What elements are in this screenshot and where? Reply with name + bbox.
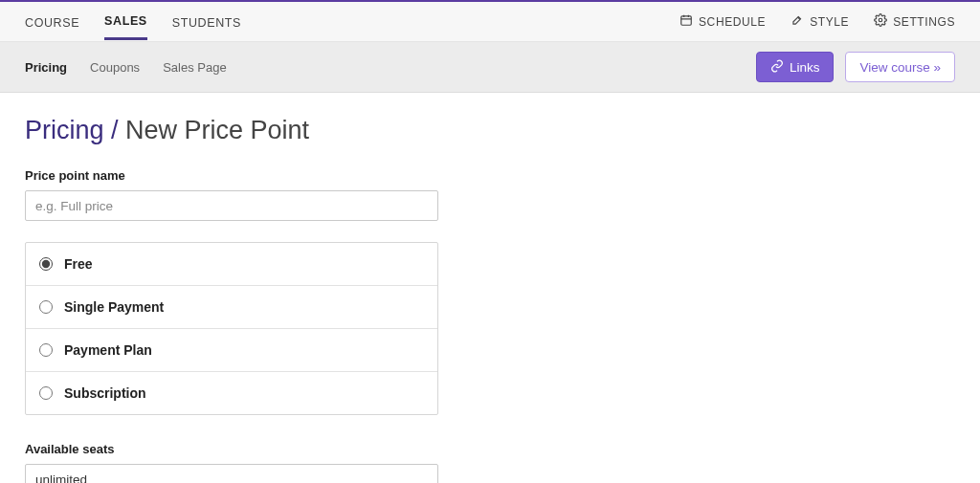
subnav-pricing[interactable]: Pricing — [25, 60, 67, 75]
radio-single-payment[interactable] — [39, 300, 53, 314]
radio-row-free[interactable]: Free — [26, 243, 437, 285]
brush-icon — [791, 13, 804, 30]
subnav-sales-page[interactable]: Sales Page — [163, 60, 227, 75]
main-nav: COURSE SALES STUDENTS SCHEDULE STYLE SET… — [0, 2, 980, 42]
nav-settings[interactable]: SETTINGS — [874, 13, 955, 30]
view-course-label: View course » — [859, 60, 941, 75]
svg-rect-0 — [681, 16, 692, 25]
nav-style[interactable]: STYLE — [791, 13, 849, 30]
view-course-button[interactable]: View course » — [845, 52, 955, 82]
price-type-radio-list: Free Single Payment Payment Plan Subscri… — [25, 242, 438, 415]
gear-icon — [874, 13, 887, 30]
main-nav-right: SCHEDULE STYLE SETTINGS — [679, 13, 955, 30]
calendar-icon — [679, 13, 693, 30]
nav-schedule-label: SCHEDULE — [699, 15, 766, 29]
nav-students[interactable]: STUDENTS — [172, 5, 241, 39]
subnav-coupons[interactable]: Coupons — [90, 60, 140, 75]
content-area: Pricing / New Price Point Price point na… — [0, 93, 980, 483]
links-button-label: Links — [790, 60, 820, 75]
price-point-name-label: Price point name — [25, 168, 955, 183]
radio-subscription-label: Subscription — [64, 385, 146, 401]
available-seats-label: Available seats — [25, 442, 955, 456]
radio-single-payment-label: Single Payment — [64, 299, 164, 315]
radio-payment-plan-label: Payment Plan — [64, 342, 152, 358]
radio-free-label: Free — [64, 256, 93, 272]
nav-style-label: STYLE — [810, 15, 849, 29]
radio-free[interactable] — [39, 257, 53, 271]
sub-nav-left: Pricing Coupons Sales Page — [25, 60, 227, 75]
sub-nav: Pricing Coupons Sales Page Links View co… — [0, 42, 980, 93]
nav-schedule[interactable]: SCHEDULE — [679, 13, 766, 30]
radio-row-payment-plan[interactable]: Payment Plan — [26, 328, 437, 371]
link-icon — [770, 59, 784, 76]
svg-point-1 — [879, 18, 882, 22]
radio-row-single-payment[interactable]: Single Payment — [26, 285, 437, 328]
nav-course[interactable]: COURSE — [25, 5, 79, 39]
available-seats-input[interactable] — [25, 464, 438, 483]
price-point-name-input[interactable] — [25, 190, 438, 221]
links-button[interactable]: Links — [756, 52, 835, 82]
radio-subscription[interactable] — [39, 386, 53, 400]
main-nav-left: COURSE SALES STUDENTS — [25, 3, 241, 40]
radio-row-subscription[interactable]: Subscription — [26, 371, 437, 414]
page-title: Pricing / New Price Point — [25, 116, 955, 145]
breadcrumb-current: New Price Point — [119, 116, 310, 144]
nav-settings-label: SETTINGS — [893, 15, 955, 29]
nav-sales[interactable]: SALES — [104, 3, 147, 40]
sub-nav-right: Links View course » — [756, 52, 955, 82]
breadcrumb-root: Pricing / — [25, 116, 119, 144]
radio-payment-plan[interactable] — [39, 343, 53, 357]
